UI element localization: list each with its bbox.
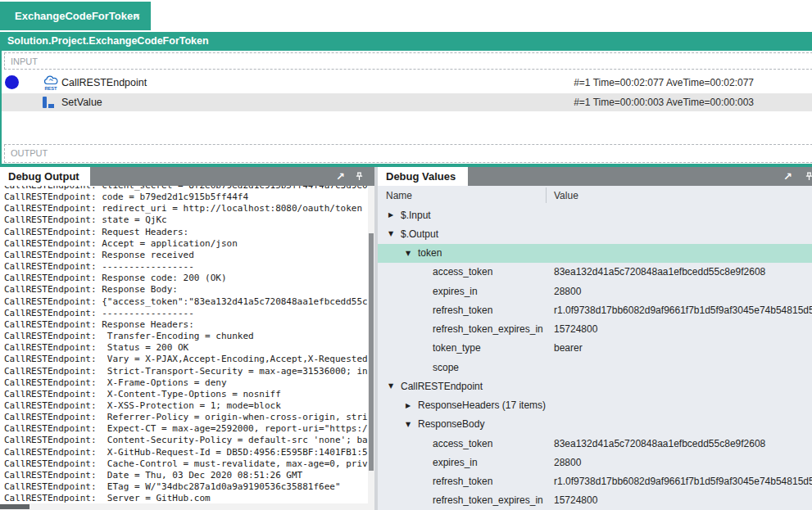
process-name: CallRESTEndpoint [61,72,147,93]
log-line: CallRESTEndpoint: Server = GitHub.com [4,493,368,503]
tree-row-selected[interactable]: token [378,244,812,263]
log-line: CallRESTEndpoint: ----------------- [4,261,368,273]
tree-row[interactable]: $.Input [378,205,812,224]
chevron-expanded-icon[interactable] [388,224,398,243]
pin-icon[interactable] [354,167,365,186]
pin-icon[interactable] [804,167,812,186]
log-line: CallRESTEndpoint: Content-Security-Polic… [4,435,368,446]
process-row-callrestendpoint[interactable]: REST CallRESTEndpoint #=1 Time=00:02:077… [2,72,812,93]
tree-row[interactable]: access_token 83ea132d41a5c720848aa1efbce… [378,434,812,453]
tree-node-value: 83ea132d41a5c720848aa1efbcedd55c8e9f2608 [554,263,812,282]
log-line: CallRESTEndpoint: Cache-Control = must-r… [4,458,368,470]
log-line: CallRESTEndpoint: code = b79ed2d1c915b5f… [4,192,368,203]
tree-node-label: expires_in [433,282,478,300]
tree-node-value [554,415,812,434]
tree-row[interactable]: ResponseBody [378,415,812,434]
tree-row[interactable]: scope [378,358,812,377]
tree-node-label: scope [433,358,459,377]
log-line: CallRESTEndpoint: Referrer-Policy = orig… [4,412,368,423]
tree-row[interactable]: refresh_token r1.0f9738d17bb6082d9af9661… [378,472,812,491]
tree-row[interactable]: expires_in 28800 [378,282,812,300]
process-row-setvalue[interactable]: SetValue #=1 Time=00:00:003 AveTime=00:0… [2,93,812,111]
chevron-collapsed-icon[interactable] [406,396,415,415]
process-stats: #=1 Time=00:00:003 AveTime=00:00:003 [574,93,754,111]
scrollbar-corner [368,503,374,510]
horizontal-scrollbar[interactable] [0,503,368,510]
chevron-expanded-icon[interactable] [406,244,415,263]
log-line: CallRESTEndpoint: Accept = application/j… [4,238,368,250]
tree-row[interactable]: $.Output [378,224,812,243]
output-section[interactable]: OUTPUT [4,144,812,163]
log-line: CallRESTEndpoint: Response code: 200 (OK… [4,273,368,284]
log-line: CallRESTEndpoint: ----------------- [4,308,368,319]
tree-row[interactable]: ResponseHeaders (17 items) [378,396,812,415]
tree-row[interactable]: refresh_token r1.0f9738d17bb6082d9af9661… [378,300,812,319]
rest-cloud-icon: REST [42,74,60,94]
breakpoint-icon[interactable] [5,75,19,89]
tree-node-value [554,396,812,415]
log-line: CallRESTEndpoint: client_secret = 8f2e6b… [4,186,368,192]
debug-output-header: Debug Output ↗ [0,167,374,186]
tree-node-value: bearer [554,339,812,358]
log-line: CallRESTEndpoint: {"access_token":"83ea1… [4,296,368,308]
tree-node-value [554,358,812,377]
tree-row[interactable]: token_type bearer [378,339,812,358]
log-line: CallRESTEndpoint: Expect-CT = max-age=25… [4,423,368,435]
breadcrumb: Solution.Project.ExchangeCodeForToken [0,32,812,51]
debug-output-tab[interactable]: Debug Output [0,167,90,186]
tree-row[interactable]: CallRESTEndpoint [378,377,812,395]
tree-node-label: token [418,244,442,263]
log-line: CallRESTEndpoint: Response Headers: [4,319,368,331]
log-line: CallRESTEndpoint: Response Body: [4,284,368,296]
tree-node-label: ResponseHeaders (17 items) [418,396,546,415]
tree-column-headers: Name Value [378,186,812,205]
process-name: SetValue [61,93,102,111]
tree-node-label: refresh_token_expires_in [433,320,543,339]
process-stats: #=1 Time=00:02:077 AveTime=00:02:077 [574,72,754,93]
debug-output-log: CallRESTEndpoint: client_secret = 8f2e6b… [0,186,368,503]
tree-node-label: expires_in [433,453,478,472]
close-icon[interactable]: × [134,2,140,30]
log-line: CallRESTEndpoint: X-GitHub-Request-Id = … [4,447,368,458]
chevron-collapsed-icon[interactable] [388,205,398,224]
tab-title: ExchangeCodeForToken [15,10,139,22]
output-label: OUTPUT [11,148,48,158]
tree-node-value [554,377,812,395]
log-line: CallRESTEndpoint: redirect_uri = http://… [4,203,368,214]
popout-arrow-icon[interactable]: ↗ [783,167,792,186]
tree-row[interactable]: refresh_token_expires_in 15724800 [378,320,812,339]
tree-node-value [554,244,812,263]
log-line: CallRESTEndpoint: Strict-Transport-Secur… [4,366,368,377]
tree-node-label: $.Input [401,205,431,224]
column-name[interactable]: Name [386,190,412,201]
tree-row[interactable]: refresh_token_expires_in 15724800 [378,491,812,510]
tree-row[interactable]: expires_in 28800 [378,453,812,472]
chevron-expanded-icon[interactable] [388,377,398,395]
tree-node-label: $.Output [401,224,438,243]
log-line: CallRESTEndpoint: Request Headers: [4,227,368,238]
input-section[interactable]: INPUT [4,52,812,70]
debug-values-header: Debug Values ↗ [378,167,812,186]
tree-node-label: access_token [433,434,492,453]
scrollbar-thumb[interactable] [369,233,374,471]
debug-values-tab[interactable]: Debug Values [378,167,468,186]
tree-node-value: 28800 [554,453,812,472]
scrollbar-thumb[interactable] [0,504,29,509]
log-line: CallRESTEndpoint: Date = Thu, 03 Dec 202… [4,470,368,481]
vertical-scrollbar[interactable] [368,186,374,503]
tree-node-value: 28800 [554,282,812,300]
column-value[interactable]: Value [554,190,578,201]
chevron-expanded-icon[interactable] [406,415,415,434]
tab-exchangecodefortoken[interactable]: ExchangeCodeForToken × [0,2,151,30]
tree-node-label: refresh_token [433,472,492,491]
log-line: CallRESTEndpoint: Vary = X-PJAX,Accept-E… [4,354,368,365]
column-separator[interactable] [546,187,547,203]
debug-values-panel: Debug Values ↗ Name Value $.Input $.Outp… [378,167,812,510]
popout-arrow-icon[interactable]: ↗ [336,167,345,186]
tree-node-label: ResponseBody [418,415,484,434]
debug-output-panel: Debug Output ↗ CallRESTEndpoint: client_… [0,167,374,510]
tree-node-value: r1.0f9738d17bb6082d9af9661f7b1d5f9af3045… [554,472,812,491]
tree-row[interactable]: access_token 83ea132d41a5c720848aa1efbce… [378,263,812,282]
log-line: CallRESTEndpoint: ETag = W/"34dbc287a1d0… [4,481,368,493]
svg-text:REST: REST [44,86,57,91]
